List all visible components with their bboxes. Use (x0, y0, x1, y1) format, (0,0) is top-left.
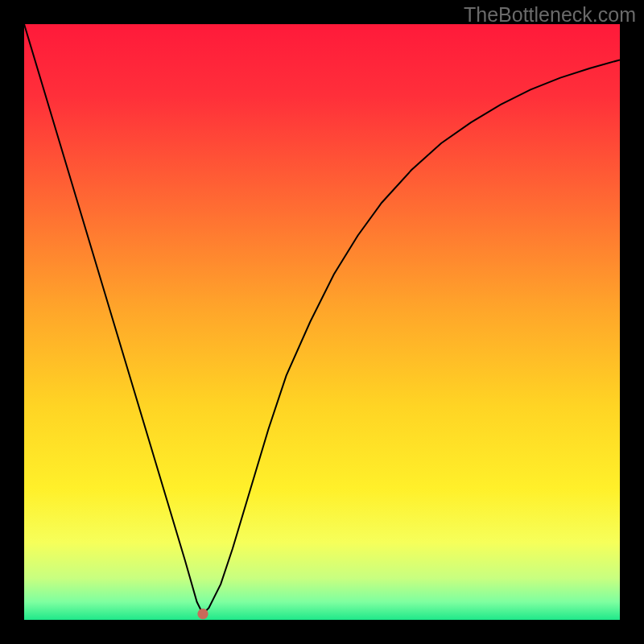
chart-marker (197, 609, 208, 619)
watermark-text: TheBottleneck.com (464, 3, 636, 27)
chart-plot-area (24, 24, 620, 620)
chart-svg (24, 24, 620, 620)
